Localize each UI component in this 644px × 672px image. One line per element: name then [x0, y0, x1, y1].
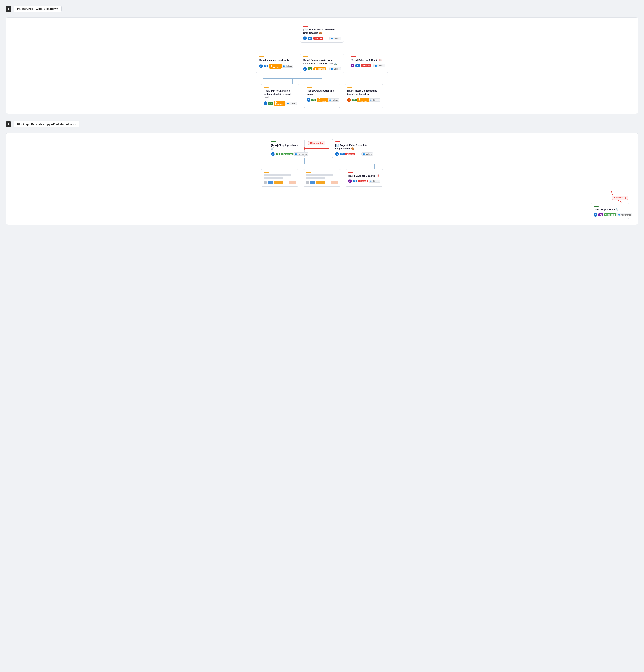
l2-card-2-status: In Progress — [358, 98, 369, 102]
connector-l1-l2 — [258, 73, 386, 84]
l2-card-0-priority: P1 — [268, 102, 273, 105]
l2-card-1-team: 👥 Baking — [328, 98, 339, 101]
l2-card-0-accent — [264, 87, 269, 88]
section-1-tree: [📄 Project] Make Chocolate Chip Cookies … — [5, 17, 639, 114]
section-2-number: 2 — [5, 121, 11, 127]
repair-card-avatar: A — [594, 213, 597, 217]
root-card-s2-accent — [335, 141, 340, 142]
bake-card-accent — [348, 172, 353, 173]
shop-card-team: 👥 Purchasing — [293, 153, 308, 156]
l2-card-0-team: 👥 Baking — [285, 102, 297, 105]
l2-card-0-footer: A P1 In Progress 👥 Baking — [264, 101, 297, 106]
l1-card-2-status: Blocked — [361, 64, 371, 67]
blurred-1-team — [331, 181, 338, 184]
l1-card-0-priority: P0 — [264, 65, 268, 68]
bake-card-s2[interactable]: [Task] Bake for 9-11 min ⏰ B P0 Blocked … — [345, 169, 384, 187]
connector-s2-root-l1 — [282, 158, 396, 169]
blurred-1-accent — [306, 172, 311, 173]
l2-card-0-avatar: A — [264, 101, 267, 105]
blurred-0-priority — [268, 181, 273, 184]
l1-card-0-s1[interactable]: [Task] Make cookie dough A P0 In Progres… — [256, 53, 296, 73]
l1-card-0-status: In Progress — [269, 64, 282, 69]
blurred-0-team — [289, 181, 296, 184]
blurred-1-footer — [306, 181, 338, 184]
l2-card-2-s1[interactable]: [Task] Mix in 2 eggs and a tsp of vanill… — [344, 84, 384, 108]
root-card-s1[interactable]: [📄 Project] Make Chocolate Chip Cookies … — [300, 23, 344, 43]
blurred-1-line2 — [306, 177, 325, 179]
l2-card-1-s1[interactable]: [Task] Cream butter and sugar A P1 In Pr… — [304, 84, 340, 108]
blurred-0-status — [274, 181, 283, 184]
root-card-s2-avatar: A — [335, 152, 339, 156]
repair-card-footer: A P2 Completed 👥 Maintenance — [594, 213, 626, 217]
section-2-title: Blocking - Escalate stopped/not started … — [14, 121, 80, 128]
section-1-number: 1 — [5, 6, 11, 12]
l1-card-2-team: 👥 Baking — [373, 64, 385, 67]
l1-card-1-s1[interactable]: [Task] Scoop cookie dough evenly onto a … — [300, 53, 344, 73]
root-card-s2-priority: P0 — [340, 153, 344, 155]
root-card-s2-team: 👥 Baking — [362, 153, 373, 156]
bake-card-title: [Task] Bake for 9-11 min ⏰ — [348, 174, 380, 178]
l1-card-0-avatar: A — [259, 64, 263, 68]
l1-card-1-avatar: A — [303, 67, 307, 71]
root-card-s2-footer: A P0 Blocked 👥 Baking — [335, 152, 373, 156]
l2-card-2-avatar: C — [347, 98, 351, 102]
blocked-by-label-1: Blocked by — [308, 141, 325, 145]
section-1-title: Parent Child - Work Breakdown — [14, 5, 62, 12]
bake-card-status: Blocked — [358, 180, 368, 182]
l2-card-0-title: [Task] Mix flour, baking soda, and salt … — [264, 89, 297, 99]
repair-card-accent — [594, 206, 599, 206]
l2-card-0-status: In Progress — [274, 101, 285, 106]
l1-card-2-s1[interactable]: [Task] Bake for 9-11 min ⏰ B P0 Blocked … — [348, 53, 388, 73]
blurred-0-footer — [264, 181, 296, 184]
l1-card-1-footer: A P1 In Progress 👥 Baking — [303, 67, 341, 71]
l1-card-1-priority: P1 — [308, 68, 313, 70]
shop-card-status: Completed — [281, 153, 293, 155]
section-2-header: 2 Blocking - Escalate stopped/not starte… — [5, 121, 639, 128]
root-card-avatar-s1: A — [303, 36, 307, 40]
l2-card-2-priority: P1 — [352, 99, 356, 101]
bake-card-team: 👥 Baking — [369, 180, 380, 183]
repair-card-priority: P2 — [598, 214, 603, 216]
blurred-card-0-s2 — [260, 169, 299, 187]
shop-card-s2[interactable]: [Task] Shop ingredients 🛒 A P1 Completed… — [268, 139, 305, 158]
l2-card-1-status: In Progress — [317, 98, 328, 102]
l1-card-2-accent — [351, 56, 356, 57]
l2-card-1-accent — [307, 87, 312, 88]
blurred-1-avatar — [306, 181, 309, 184]
repair-card-s2[interactable]: [Task] Repair oven 🔧 A P2 Completed 👥 Ma… — [590, 203, 629, 219]
l2-card-2-team: 👥 Baking — [369, 98, 380, 101]
blurred-1-line1 — [306, 174, 333, 176]
bake-to-repair-container: Blocked by — [9, 187, 629, 208]
arrow-blocked-by-s2 — [306, 146, 330, 151]
l1-card-2-title: [Task] Bake for 9-11 min ⏰ — [351, 59, 385, 62]
shop-card-avatar: A — [271, 152, 274, 156]
l1-card-1-status: In Progress — [313, 68, 326, 70]
root-card-footer-s1: A P0 Blocked 👥 Baking — [303, 36, 341, 40]
blurred-card-1-s2 — [303, 169, 341, 187]
section-1: 1 Parent Child - Work Breakdown [📄 Proje… — [5, 5, 639, 114]
root-card-badges-s1: A P0 Blocked — [303, 36, 323, 40]
l2-card-0-s1[interactable]: [Task] Mix flour, baking soda, and salt … — [260, 84, 300, 108]
l1-card-1-title: [Task] Scoop cookie dough evenly onto a … — [303, 59, 341, 65]
root-card-priority-s1: P0 — [308, 37, 313, 40]
l1-card-2-avatar: B — [351, 64, 354, 68]
l2-card-1-footer: A P1 In Progress 👥 Baking — [307, 98, 337, 102]
blurred-0-accent — [264, 172, 269, 173]
root-card-status-s1: Blocked — [313, 37, 323, 40]
l1-card-1-accent — [303, 56, 308, 57]
blocked-by-arrow-container: Blocked by — [306, 146, 332, 151]
s2-level1-row: [Task] Bake for 9-11 min ⏰ B P0 Blocked … — [9, 169, 635, 187]
l2-card-2-accent — [347, 87, 352, 88]
level1-row-s1: [Task] Make cookie dough A P0 In Progres… — [9, 53, 635, 73]
repair-card-status: Completed — [604, 214, 616, 216]
l1-card-0-title: [Task] Make cookie dough — [259, 59, 293, 62]
section-2-tree: [Task] Shop ingredients 🛒 A P1 Completed… — [5, 133, 639, 225]
root-card-s2[interactable]: [📄 Project] Make Chocolate Chip Cookies … — [332, 139, 376, 158]
bake-card-priority: P0 — [353, 180, 358, 182]
l1-card-1-team: 👥 Baking — [329, 67, 341, 70]
l2-card-1-title: [Task] Cream butter and sugar — [307, 89, 337, 96]
repair-card-title: [Task] Repair oven 🔧 — [594, 208, 626, 211]
level2-row-s1: [Task] Mix flour, baking soda, and salt … — [9, 84, 635, 108]
l1-card-2-footer: B P0 Blocked 👥 Baking — [351, 64, 385, 68]
shop-card-accent — [271, 141, 276, 142]
